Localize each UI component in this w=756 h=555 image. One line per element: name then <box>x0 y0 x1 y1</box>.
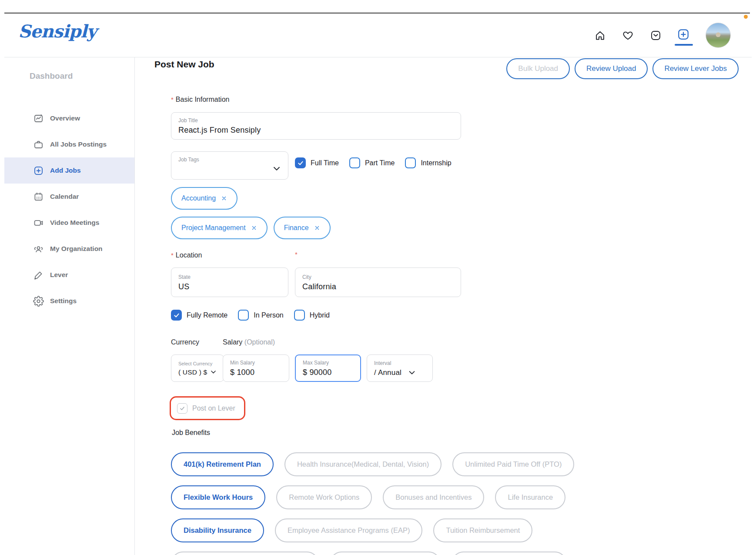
currency-select[interactable]: Select Currency ( USD ) $ <box>171 354 224 382</box>
benefit-401k-retirement-plan[interactable]: 401(k) Retirement Plan <box>171 452 274 476</box>
checkbox-part-time[interactable]: Part Time <box>349 157 395 168</box>
benefits-row-3: Disability Insurance Employee Assistance… <box>171 518 532 542</box>
window-top-border <box>4 13 750 13</box>
sidebar-item-calendar[interactable]: Calendar <box>4 184 134 210</box>
job-title-field[interactable]: Job Title React.js From Sensiply <box>171 112 461 140</box>
currency-label: Currency <box>171 338 199 346</box>
benefit-disability-insurance[interactable]: Disability Insurance <box>171 518 264 542</box>
checkbox-label: Part Time <box>365 159 395 167</box>
pencil-icon <box>33 270 44 281</box>
min-salary-value: $ 1000 <box>230 368 282 377</box>
required-asterisk: * <box>171 251 174 259</box>
checkbox-label: In Person <box>254 311 283 319</box>
sidebar-item-settings[interactable]: Settings <box>4 288 134 314</box>
chevron-down-icon[interactable] <box>408 368 416 377</box>
avatar[interactable] <box>706 23 731 48</box>
checkbox-label: Hybrid <box>310 311 330 319</box>
city-field[interactable]: City California <box>295 267 461 297</box>
brand-logo: Sensiply <box>18 21 97 41</box>
checkbox-full-time[interactable]: Full Time <box>295 157 339 168</box>
state-field[interactable]: State US <box>171 267 288 297</box>
required-asterisk: * <box>171 96 174 103</box>
sidebar-item-overview[interactable]: Overview <box>4 105 134 131</box>
chart-icon <box>33 113 44 124</box>
checkbox-fully-remote[interactable]: Fully Remote <box>171 310 227 321</box>
calendar-icon <box>33 191 44 202</box>
checkbox-label: Fully Remote <box>187 311 227 319</box>
active-tab-underline <box>675 44 693 46</box>
sidebar-item-label: My Organization <box>50 245 103 253</box>
min-salary-label: Min Salary <box>230 360 282 366</box>
chevron-down-icon[interactable] <box>272 164 281 174</box>
tag-project-management[interactable]: Project Management <box>171 217 268 239</box>
tag-label: Finance <box>284 224 309 232</box>
review-lever-jobs-button[interactable]: Review Lever Jobs <box>652 58 739 79</box>
benefit-health-insurance[interactable]: Health Insurance(Medical, Dental, Vision… <box>284 452 442 476</box>
remove-tag-icon[interactable] <box>314 225 320 231</box>
sidebar-item-label: All Jobs Postings <box>50 140 107 148</box>
sidebar-item-lever[interactable]: Lever <box>4 262 134 288</box>
benefit-bonuses-and-incentives[interactable]: Bonuses and Incentives <box>383 485 484 509</box>
benefit-remote-work-options[interactable]: Remote Work Options <box>276 485 372 509</box>
review-upload-button[interactable]: Review Upload <box>575 58 648 79</box>
checkbox-post-on-lever[interactable]: Post on Lever <box>177 403 235 414</box>
tag-accounting[interactable]: Accounting <box>171 187 238 210</box>
benefits-row-1: 401(k) Retirement Plan Health Insurance(… <box>171 452 574 476</box>
chevron-down-icon[interactable] <box>210 368 217 376</box>
sidebar-title: Dashboard <box>30 71 73 81</box>
salary-optional-label: (Optional) <box>244 338 275 346</box>
checkbox-in-person[interactable]: In Person <box>238 310 283 321</box>
messages-icon[interactable] <box>650 30 662 41</box>
gear-icon <box>33 296 44 307</box>
benefit-life-insurance[interactable]: Life Insurance <box>495 485 565 509</box>
basic-information-label: *Basic Information <box>171 96 229 104</box>
checkbox-checked-icon <box>177 403 187 414</box>
job-title-value: React.js From Sensiply <box>178 126 454 135</box>
heart-icon[interactable] <box>622 30 634 41</box>
sidebar-item-label: Calendar <box>50 193 79 201</box>
sidebar-item-label: Add Jobs <box>50 167 81 174</box>
selected-tags-row-2: Project Management Finance <box>171 217 331 239</box>
sidebar-item-all-jobs-postings[interactable]: All Jobs Postings <box>4 131 134 157</box>
max-salary-label: Max Salary <box>303 360 353 366</box>
bulk-upload-button[interactable]: Bulk Upload <box>506 58 570 79</box>
sidebar-item-add-jobs[interactable]: Add Jobs <box>4 157 134 184</box>
tag-finance[interactable]: Finance <box>274 217 331 239</box>
min-salary-field[interactable]: Min Salary $ 1000 <box>223 354 289 382</box>
checkbox-internship[interactable]: Internship <box>405 157 451 168</box>
checkbox-hybrid[interactable]: Hybrid <box>294 310 330 321</box>
notification-dot <box>744 15 748 19</box>
benefit-tuition-reimbursement[interactable]: Tuition Reimbursement <box>433 518 532 542</box>
checkbox-label: Internship <box>421 159 451 167</box>
job-tags-select[interactable]: Job Tags <box>171 151 288 180</box>
sidebar-item-label: Overview <box>50 114 80 122</box>
briefcase-icon <box>33 139 44 150</box>
sidebar: Dashboard Overview All Jobs Postings Add… <box>4 57 135 555</box>
max-salary-field[interactable]: Max Salary $ 90000 <box>295 354 361 382</box>
add-tab-icon[interactable] <box>677 28 690 41</box>
page-title: Post New Job <box>154 59 214 70</box>
checkbox-label: Post on Lever <box>192 405 235 412</box>
job-tags-label: Job Tags <box>178 157 281 163</box>
remove-tag-icon[interactable] <box>251 225 257 231</box>
remove-tag-icon[interactable] <box>221 195 227 201</box>
benefit-pill-partial[interactable] <box>171 552 319 555</box>
sidebar-item-label: Video Meetings <box>50 219 99 227</box>
benefit-employee-assistance-programs[interactable]: Employee Assistance Programs (EAP) <box>275 518 423 542</box>
interval-select[interactable]: Interval / Annual <box>367 354 433 382</box>
required-asterisk-city: * <box>295 251 298 258</box>
employment-type-group: Full Time Part Time Internship <box>295 157 452 168</box>
benefit-flexible-work-hours[interactable]: Flexible Work Hours <box>171 485 265 509</box>
organization-icon <box>33 244 44 254</box>
city-label: City <box>302 274 454 280</box>
benefit-pill-partial[interactable] <box>452 552 567 555</box>
job-title-label: Job Title <box>178 117 454 124</box>
sidebar-item-video-meetings[interactable]: Video Meetings <box>4 210 134 236</box>
sidebar-item-my-organization[interactable]: My Organization <box>4 236 134 262</box>
home-icon[interactable] <box>594 30 606 41</box>
benefit-unlimited-pto[interactable]: Unlimited Paid Time Off (PTO) <box>452 452 574 476</box>
checkbox-checked-icon <box>295 157 306 168</box>
tag-label: Project Management <box>181 224 246 232</box>
benefit-pill-partial[interactable] <box>330 552 441 555</box>
selected-tags-row-1: Accounting <box>171 187 238 210</box>
